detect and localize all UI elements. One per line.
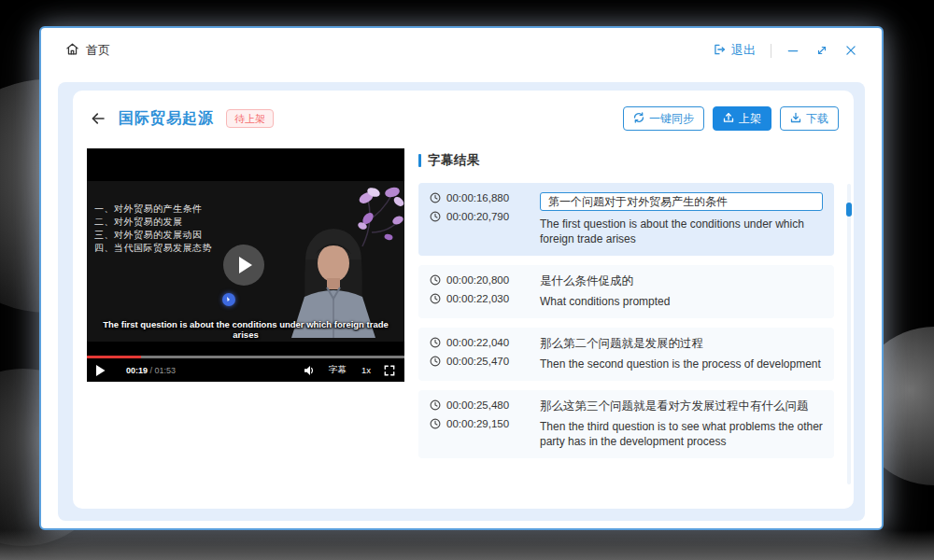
slide-line: 四、当代国际贸易发展态势	[94, 242, 212, 255]
subtitle-entry[interactable]: 00:00:20,800 00:00:22,030 是什么条件促成的 What …	[418, 265, 834, 318]
scrollbar-track[interactable]	[847, 184, 851, 484]
clock-icon	[430, 399, 441, 411]
publish-button-label: 上架	[739, 111, 761, 127]
subtitle-list: 00:00:16,880 00:00:20,790 The first ques…	[418, 183, 834, 458]
end-timestamp: 00:00:22,030	[430, 293, 529, 304]
exit-button[interactable]: 退出	[713, 42, 756, 59]
play-overlay-icon	[239, 257, 252, 273]
current-time: 00:19	[126, 366, 148, 375]
status-badge: 待上架	[226, 109, 274, 128]
clock-icon	[430, 192, 441, 203]
slide-line: 二、对外贸易的发展	[94, 216, 212, 229]
subtitle-panel-title: 字幕结果	[428, 152, 480, 169]
play-overlay-button[interactable]	[223, 245, 264, 286]
subtitle-en-text: The first question is about the conditio…	[540, 217, 823, 246]
video-subtitle-overlay: The first question is about the conditio…	[90, 319, 402, 340]
clock-icon	[430, 418, 441, 429]
subtitle-en-text: Then the third question is to see what p…	[540, 419, 823, 449]
panel-accent-bar	[418, 154, 421, 167]
start-timestamp: 00:00:22,040	[430, 337, 529, 348]
app-window: 首页 退出	[39, 26, 884, 530]
exit-icon	[713, 43, 726, 59]
start-timestamp: 00:00:25,480	[430, 399, 529, 411]
subtitle-en-text: Then the second question is the process …	[540, 357, 823, 371]
sync-icon	[633, 112, 644, 126]
background-gradient	[0, 530, 934, 560]
clock-icon	[430, 356, 441, 367]
duration: 01:53	[155, 366, 177, 375]
start-timestamp: 00:00:16,880	[430, 192, 529, 203]
play-icon[interactable]	[96, 365, 106, 376]
content-card: 国际贸易起源 待上架 一键同步	[58, 82, 865, 521]
maximize-icon[interactable]	[815, 44, 828, 57]
subtitle-panel: 字幕结果 00:00:16,880 00:00:20,790	[418, 152, 834, 458]
video-time: 00:19 / 01:53	[126, 366, 176, 375]
cursor-dot	[222, 293, 235, 306]
captions-toggle[interactable]: 字幕	[329, 364, 347, 376]
clock-icon	[430, 211, 441, 222]
page-header: 国际贸易起源 待上架 一键同步	[88, 105, 839, 132]
download-icon	[790, 112, 801, 126]
video-controls: 00:19 / 01:53 字幕 1x	[87, 358, 404, 382]
slide-line: 三、对外贸易的发展动因	[94, 229, 212, 242]
subtitle-zh-text: 是什么条件促成的	[540, 274, 823, 288]
main-panel: 国际贸易起源 待上架 一键同步	[73, 91, 854, 509]
subtitle-zh-input[interactable]	[540, 192, 823, 211]
end-timestamp: 00:00:20,790	[430, 211, 529, 222]
sync-button-label: 一键同步	[649, 111, 694, 127]
home-label: 首页	[86, 42, 110, 59]
video-player[interactable]: 一、对外贸易的产生条件 二、对外贸易的发展 三、对外贸易的发展动因 四、当代国际…	[87, 148, 404, 382]
scrollbar-thumb[interactable]	[846, 203, 852, 217]
slide-text-list: 一、对外贸易的产生条件 二、对外贸易的发展 三、对外贸易的发展动因 四、当代国际…	[94, 203, 212, 255]
fullscreen-icon[interactable]	[384, 365, 395, 376]
topbar-separator	[771, 44, 771, 58]
end-timestamp: 00:00:25,470	[430, 356, 529, 367]
subtitle-zh-text: 那么这第三个问题就是看对方发展过程中有什么问题	[540, 399, 823, 413]
clock-icon	[430, 274, 441, 286]
subtitle-entry[interactable]: 00:00:25,480 00:00:29,150 那么这第三个问题就是看对方发…	[418, 390, 834, 458]
page-title: 国际贸易起源	[119, 109, 214, 129]
subtitle-entry[interactable]: 00:00:22,040 00:00:25,470 那么第二个问题就是发展的过程…	[418, 328, 834, 381]
close-icon[interactable]	[844, 44, 857, 57]
speed-toggle[interactable]: 1x	[361, 365, 371, 375]
minimize-icon[interactable]	[786, 44, 800, 57]
back-button[interactable]	[88, 108, 108, 129]
home-nav[interactable]: 首页	[65, 42, 110, 59]
publish-button[interactable]: 上架	[713, 106, 771, 131]
end-timestamp: 00:00:29,150	[430, 418, 529, 429]
publish-icon	[723, 112, 734, 126]
start-timestamp: 00:00:20,800	[430, 274, 529, 286]
slide-line: 一、对外贸易的产生条件	[94, 203, 212, 216]
download-button-label: 下载	[806, 111, 828, 127]
sync-button[interactable]: 一键同步	[623, 106, 704, 131]
volume-icon[interactable]	[304, 365, 316, 376]
subtitle-entry-active[interactable]: 00:00:16,880 00:00:20,790 The first ques…	[418, 183, 834, 256]
clock-icon	[430, 337, 441, 348]
home-icon	[65, 42, 79, 59]
subtitle-zh-text: 那么第二个问题就是发展的过程	[540, 337, 823, 351]
download-button[interactable]: 下载	[780, 106, 839, 131]
clock-icon	[430, 293, 441, 304]
window-topbar: 首页 退出	[41, 28, 882, 73]
subtitle-panel-header: 字幕结果	[418, 152, 834, 169]
exit-label: 退出	[731, 42, 756, 59]
subtitle-en-text: What conditions prompted	[540, 294, 823, 309]
